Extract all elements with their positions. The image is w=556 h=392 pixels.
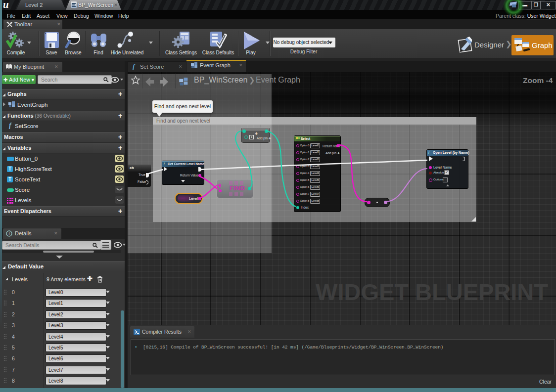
svg-text:i: i: [8, 231, 10, 236]
